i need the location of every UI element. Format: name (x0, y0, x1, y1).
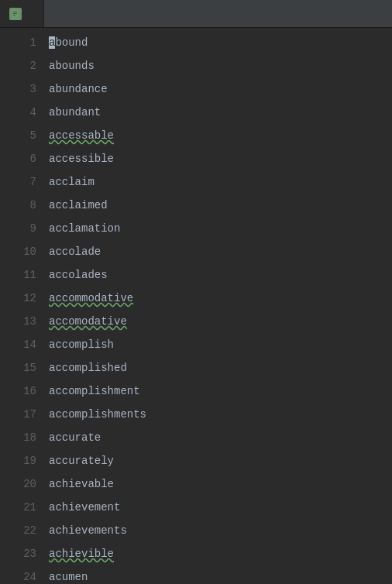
line-number: 12 (0, 287, 36, 310)
line-number: 11 (0, 263, 36, 287)
line-number: 8 (0, 194, 36, 217)
code-line: achievable (49, 472, 392, 496)
code-line: accomplishments (49, 403, 392, 426)
code-line: accessible (49, 147, 392, 170)
code-line: accomplish (49, 333, 392, 356)
line-number: 21 (0, 496, 36, 519)
line-number: 2 (0, 54, 36, 77)
line-number: 10 (0, 240, 36, 263)
svg-rect-2 (13, 13, 17, 14)
code-line: abundant (49, 101, 392, 124)
svg-rect-3 (13, 15, 15, 15)
code-content[interactable]: aboundaboundsabundanceabundantaccessable… (43, 28, 392, 584)
underlined-word: accessable (49, 129, 114, 142)
code-line: achievement (49, 496, 392, 519)
line-number: 14 (0, 333, 36, 356)
code-line: accommodative (49, 287, 392, 310)
line-number: 22 (0, 519, 36, 542)
editor-area: 123456789101112131415161718192021222324 … (0, 28, 392, 584)
line-number: 1 (0, 31, 36, 54)
line-number: 6 (0, 147, 36, 170)
code-line: accurately (49, 449, 392, 472)
line-number: 3 (0, 77, 36, 101)
line-number: 17 (0, 403, 36, 426)
line-numbers-gutter: 123456789101112131415161718192021222324 (0, 28, 43, 584)
line-number: 5 (0, 124, 36, 147)
code-line: abound (49, 31, 392, 54)
line-number: 24 (0, 565, 36, 584)
code-line: achievements (49, 519, 392, 542)
svg-rect-1 (13, 12, 17, 12)
code-line: accomodative (49, 310, 392, 333)
underlined-word: accomodative (49, 315, 127, 328)
file-tab[interactable] (0, 0, 44, 27)
line-number: 9 (0, 217, 36, 240)
code-line: accessable (49, 124, 392, 147)
line-number: 16 (0, 380, 36, 403)
code-line: accolades (49, 263, 392, 287)
line-number: 15 (0, 356, 36, 380)
line-number: 20 (0, 472, 36, 496)
code-line: acclaim (49, 170, 392, 194)
line-number: 13 (0, 310, 36, 333)
code-line: accurate (49, 426, 392, 449)
tab-bar (0, 0, 392, 28)
code-line: acumen (49, 565, 392, 584)
code-line: achievible (49, 542, 392, 565)
code-line: accolade (49, 240, 392, 263)
line-number: 4 (0, 101, 36, 124)
code-line: acclamation (49, 217, 392, 240)
underlined-word: accommodative (49, 292, 133, 304)
line-number: 19 (0, 449, 36, 472)
file-icon (9, 8, 22, 20)
code-line: acclaimed (49, 194, 392, 217)
code-line: abundance (49, 77, 392, 101)
code-line: accomplished (49, 356, 392, 380)
line-text: bound (55, 36, 88, 49)
line-number: 7 (0, 170, 36, 194)
code-line: accomplishment (49, 380, 392, 403)
underlined-word: achievible (49, 548, 114, 560)
line-number: 23 (0, 542, 36, 565)
line-number: 18 (0, 426, 36, 449)
code-line: abounds (49, 54, 392, 77)
